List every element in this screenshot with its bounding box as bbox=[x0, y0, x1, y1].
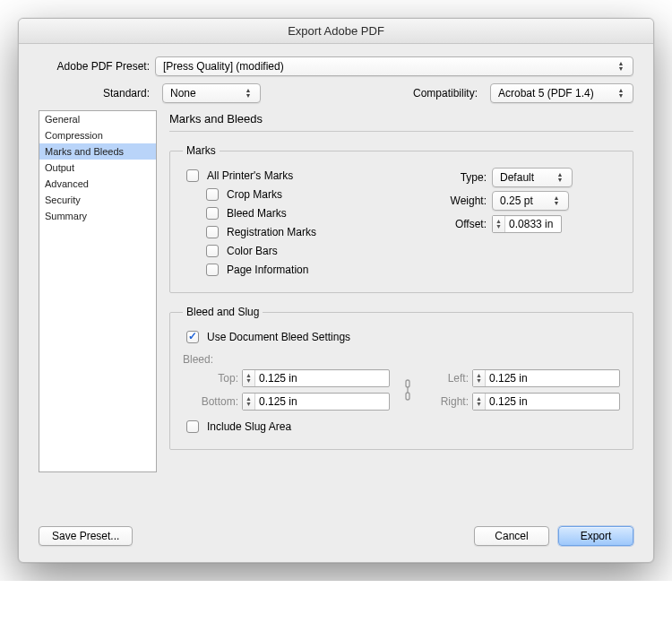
bleed-right-input[interactable] bbox=[486, 394, 541, 410]
bleed-left-label: Left: bbox=[426, 372, 472, 385]
marks-weight-value: 0.25 pt bbox=[500, 195, 533, 207]
updown-arrows-icon: ▲▼ bbox=[242, 88, 254, 99]
bleed-top-label: Top: bbox=[183, 372, 242, 385]
svg-rect-1 bbox=[406, 393, 409, 400]
sidebar-item-summary[interactable]: Summary bbox=[39, 208, 156, 224]
bleed-slug-legend: Bleed and Slug bbox=[183, 306, 263, 318]
sidebar-item-general[interactable]: General bbox=[39, 111, 156, 127]
marks-weight-select[interactable]: 0.25 pt ▲▼ bbox=[492, 191, 569, 211]
sidebar-item-output[interactable]: Output bbox=[39, 160, 156, 176]
bleed-left-input[interactable] bbox=[486, 370, 541, 386]
include-slug-label: Include Slug Area bbox=[207, 420, 291, 433]
sidebar-item-advanced[interactable]: Advanced bbox=[39, 176, 156, 192]
export-button[interactable]: Export bbox=[558, 526, 633, 546]
marks-group: Marks All Printer's Marks Crop Marks bbox=[169, 144, 633, 293]
preset-value: [Press Quality] (modified) bbox=[163, 60, 284, 73]
bleed-left-stepper[interactable]: ▲▼ bbox=[472, 369, 620, 387]
sidebar-item-security[interactable]: Security bbox=[39, 192, 156, 208]
bleed-right-label: Right: bbox=[426, 395, 472, 408]
bleed-bottom-label: Bottom: bbox=[183, 395, 242, 408]
color-bars-checkbox[interactable] bbox=[206, 245, 219, 257]
section-title: Marks and Bleeds bbox=[169, 110, 633, 131]
registration-marks-checkbox[interactable] bbox=[206, 226, 219, 238]
marks-type-select[interactable]: Default ▲▼ bbox=[492, 168, 573, 187]
marks-type-value: Default bbox=[500, 171, 534, 184]
page-information-checkbox[interactable] bbox=[206, 264, 219, 276]
marks-weight-label: Weight: bbox=[436, 195, 487, 207]
stepper-arrows-icon[interactable]: ▲▼ bbox=[473, 370, 486, 386]
svg-rect-0 bbox=[406, 380, 409, 387]
page-information-label: Page Information bbox=[227, 264, 308, 276]
bleed-top-input[interactable] bbox=[255, 370, 311, 386]
marks-offset-input[interactable] bbox=[505, 216, 561, 232]
all-printers-marks-label: All Printer's Marks bbox=[207, 169, 293, 182]
bleed-right-stepper[interactable]: ▲▼ bbox=[472, 393, 620, 411]
standard-value: None bbox=[170, 87, 196, 99]
bleed-marks-label: Bleed Marks bbox=[227, 207, 287, 220]
compatibility-select[interactable]: Acrobat 5 (PDF 1.4) ▲▼ bbox=[490, 83, 633, 103]
sidebar-item-compression[interactable]: Compression bbox=[39, 127, 156, 143]
bleed-bottom-input[interactable] bbox=[255, 394, 311, 410]
compatibility-value: Acrobat 5 (PDF 1.4) bbox=[498, 87, 594, 99]
all-printers-marks-checkbox[interactable] bbox=[186, 169, 199, 182]
standard-select[interactable]: None ▲▼ bbox=[162, 83, 261, 103]
updown-arrows-icon: ▲▼ bbox=[615, 88, 627, 99]
registration-marks-label: Registration Marks bbox=[227, 226, 316, 238]
compatibility-label: Compatibility: bbox=[413, 87, 483, 99]
crop-marks-label: Crop Marks bbox=[227, 188, 282, 201]
bleed-marks-checkbox[interactable] bbox=[206, 207, 219, 220]
crop-marks-checkbox[interactable] bbox=[206, 188, 219, 201]
bleed-top-stepper[interactable]: ▲▼ bbox=[242, 369, 390, 387]
use-document-bleed-checkbox[interactable] bbox=[186, 331, 199, 343]
category-sidebar: GeneralCompressionMarks and BleedsOutput… bbox=[39, 110, 157, 472]
export-pdf-dialog: Export Adobe PDF Adobe PDF Preset: [Pres… bbox=[18, 18, 654, 563]
save-preset-button[interactable]: Save Preset... bbox=[39, 526, 133, 546]
marks-type-label: Type: bbox=[436, 171, 487, 184]
updown-arrows-icon: ▲▼ bbox=[550, 195, 563, 206]
bleed-heading: Bleed: bbox=[183, 353, 620, 366]
marks-legend: Marks bbox=[183, 144, 220, 157]
include-slug-checkbox[interactable] bbox=[186, 420, 199, 433]
color-bars-label: Color Bars bbox=[227, 245, 278, 257]
bleed-slug-group: Bleed and Slug Use Document Bleed Settin… bbox=[169, 306, 633, 450]
window-title: Export Adobe PDF bbox=[19, 19, 653, 44]
bleed-bottom-stepper[interactable]: ▲▼ bbox=[242, 393, 390, 411]
standard-label: Standard: bbox=[39, 87, 155, 99]
preset-label: Adobe PDF Preset: bbox=[39, 60, 155, 73]
updown-arrows-icon: ▲▼ bbox=[554, 172, 566, 183]
stepper-arrows-icon[interactable]: ▲▼ bbox=[243, 370, 255, 386]
link-icon[interactable] bbox=[390, 376, 426, 403]
sidebar-item-marks-and-bleeds[interactable]: Marks and Bleeds bbox=[39, 143, 156, 160]
stepper-arrows-icon[interactable]: ▲▼ bbox=[493, 216, 505, 232]
stepper-arrows-icon[interactable]: ▲▼ bbox=[243, 394, 255, 410]
preset-select[interactable]: [Press Quality] (modified) ▲▼ bbox=[155, 56, 633, 76]
use-document-bleed-label: Use Document Bleed Settings bbox=[207, 331, 350, 343]
marks-offset-label: Offset: bbox=[436, 218, 487, 230]
cancel-button[interactable]: Cancel bbox=[474, 526, 549, 546]
updown-arrows-icon: ▲▼ bbox=[615, 61, 627, 72]
marks-offset-stepper[interactable]: ▲▼ bbox=[492, 215, 562, 233]
stepper-arrows-icon[interactable]: ▲▼ bbox=[473, 394, 486, 410]
